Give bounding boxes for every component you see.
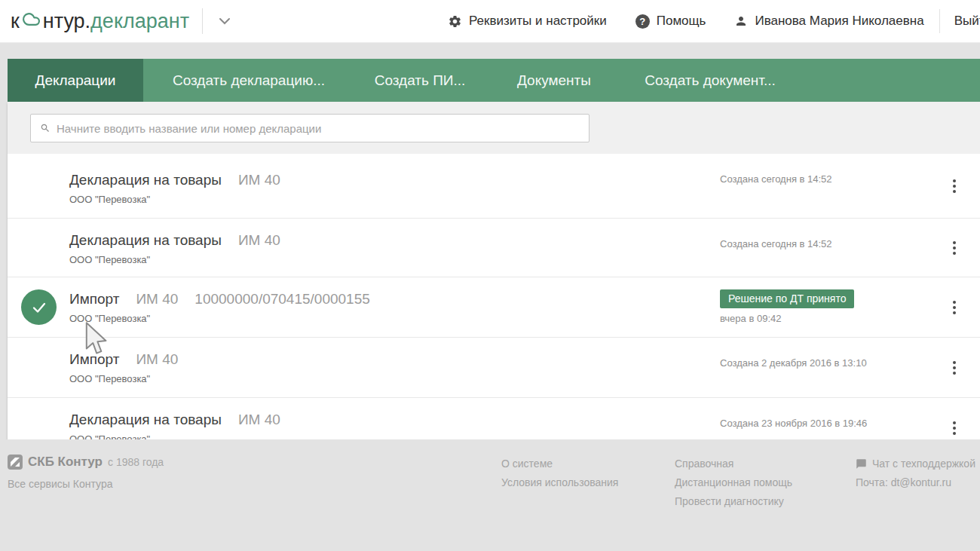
- declaration-date: Создана 2 декабря 2016 в 13:10: [720, 357, 867, 369]
- declaration-org: ООО "Перевозка": [69, 254, 980, 265]
- gear-icon: [448, 14, 462, 29]
- tab-documents[interactable]: Документы: [485, 59, 623, 102]
- check-icon: [21, 289, 57, 325]
- declaration-org: ООО "Перевозка": [69, 433, 980, 439]
- main-nav: Декларации Создать декларацию... Создать…: [8, 59, 980, 102]
- tab-create-document[interactable]: Создать документ...: [623, 59, 798, 102]
- declaration-date: Создана 23 ноября 2016 в 19:46: [720, 418, 867, 429]
- header-divider: [939, 9, 940, 33]
- logout-button[interactable]: Выйти: [954, 14, 980, 29]
- footer-chat-link[interactable]: Чат с техподдержкой: [856, 455, 975, 473]
- footer-since-label: с 1988 года: [108, 456, 164, 468]
- search-input[interactable]: [57, 122, 580, 135]
- kebab-menu-icon[interactable]: [948, 296, 960, 319]
- declaration-type: ИМ 40: [238, 172, 280, 188]
- user-name: Иванова Мария Николаевна: [755, 14, 923, 29]
- logo-text-prefix: к: [11, 10, 20, 33]
- declaration-date: вчера в 09:42: [720, 313, 854, 324]
- app-logo[interactable]: к нтур. декларант: [11, 8, 189, 34]
- chat-icon: [856, 458, 867, 470]
- declaration-title: Декларация на товары: [69, 232, 222, 249]
- declaration-date: Создана сегодня в 14:52: [720, 173, 832, 185]
- declaration-row[interactable]: Декларация на товары ИМ 40 ООО "Перевозк…: [8, 398, 980, 439]
- logo-text-mid: нтур.: [43, 10, 90, 33]
- declaration-title: Импорт: [69, 291, 119, 308]
- footer-link-remote-help[interactable]: Дистанционная помощь: [675, 473, 792, 492]
- footer-email-link[interactable]: Почта: dt@kontur.ru: [856, 473, 975, 492]
- page-footer: СКБ Контур с 1988 года Все сервисы Конту…: [0, 439, 980, 551]
- user-menu-item[interactable]: Иванова Мария Николаевна: [734, 14, 923, 29]
- app-header: к нтур. декларант Реквизиты и настройки …: [0, 0, 980, 43]
- kebab-menu-icon[interactable]: [948, 417, 960, 439]
- search-section: [8, 102, 980, 154]
- footer-link-help-center[interactable]: Справочная: [675, 455, 792, 473]
- chat-label: Чат с техподдержкой: [872, 455, 975, 473]
- footer-link-terms[interactable]: Условия использования: [501, 473, 618, 492]
- footer-brand-link[interactable]: СКБ Контур: [28, 455, 103, 470]
- tab-declarations[interactable]: Декларации: [8, 59, 143, 102]
- declaration-row[interactable]: Импорт ИМ 40 10000000/070415/0000155 ООО…: [8, 277, 980, 338]
- settings-label: Реквизиты и настройки: [469, 14, 607, 29]
- declaration-date: Создана сегодня в 14:52: [720, 238, 832, 249]
- help-icon: ?: [635, 14, 650, 29]
- declarations-list: Декларация на товары ИМ 40 ООО "Перевозк…: [8, 154, 980, 439]
- declaration-org: ООО "Перевозка": [69, 373, 980, 384]
- declaration-title: Импорт: [69, 351, 119, 368]
- footer-link-all-services[interactable]: Все сервисы Контура: [8, 475, 164, 494]
- declaration-number: 10000000/070415/0000155: [194, 291, 369, 308]
- kontur-logo-icon: [8, 455, 23, 470]
- kebab-menu-icon[interactable]: [948, 237, 960, 259]
- logo-text-product: декларант: [90, 10, 189, 33]
- tab-create-declaration[interactable]: Создать декларацию...: [143, 59, 354, 102]
- cloud-icon: [20, 8, 43, 34]
- declarations-panel: Декларация на товары ИМ 40 ООО "Перевозк…: [8, 102, 980, 439]
- user-icon: [734, 14, 748, 28]
- header-divider: [202, 8, 203, 34]
- status-badge: Решение по ДТ принято: [720, 289, 854, 308]
- footer-link-about[interactable]: О системе: [501, 455, 618, 473]
- settings-menu-item[interactable]: Реквизиты и настройки: [448, 14, 607, 29]
- declaration-type: ИМ 40: [136, 291, 178, 308]
- kebab-menu-icon[interactable]: [948, 175, 960, 197]
- declaration-row[interactable]: Импорт ИМ 40 ООО "Перевозка" Создана 2 д…: [8, 338, 980, 398]
- declaration-type: ИМ 40: [136, 351, 178, 368]
- help-label: Помощь: [657, 14, 706, 29]
- tab-create-pi[interactable]: Создать ПИ...: [354, 59, 485, 102]
- kebab-menu-icon[interactable]: [948, 357, 960, 379]
- header-menu: Реквизиты и настройки ? Помощь Иванова М…: [419, 9, 980, 33]
- declaration-org: ООО "Перевозка": [69, 194, 980, 205]
- declaration-title: Декларация на товары: [69, 172, 222, 188]
- declaration-title: Декларация на товары: [69, 412, 222, 428]
- chevron-down-icon[interactable]: [219, 17, 231, 25]
- declaration-type: ИМ 40: [238, 412, 280, 428]
- footer-link-diagnostics[interactable]: Провести диагностику: [675, 492, 792, 511]
- search-box: [30, 114, 590, 142]
- declaration-row[interactable]: Декларация на товары ИМ 40 ООО "Перевозк…: [8, 154, 980, 219]
- help-menu-item[interactable]: ? Помощь: [635, 14, 706, 29]
- declaration-type: ИМ 40: [238, 232, 280, 249]
- declaration-row[interactable]: Декларация на товары ИМ 40 ООО "Перевозк…: [8, 219, 980, 277]
- search-icon: [40, 123, 51, 133]
